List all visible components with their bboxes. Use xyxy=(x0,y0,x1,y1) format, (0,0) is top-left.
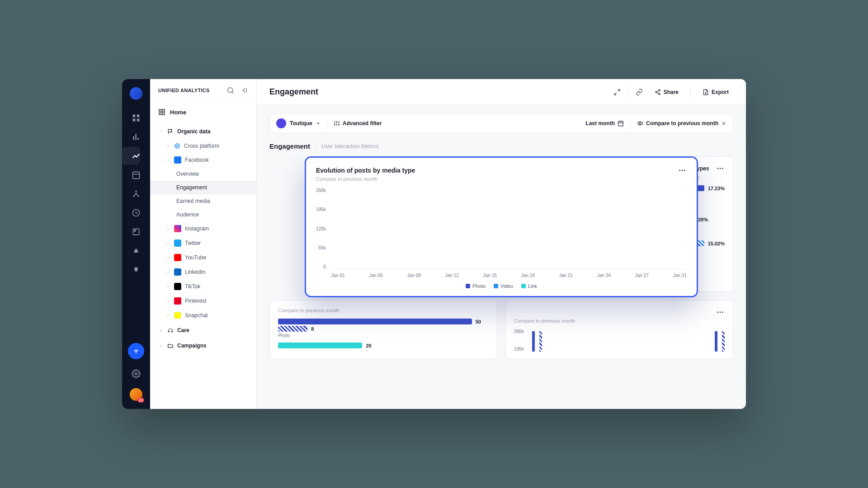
modal-subtitle: Compare to previous month xyxy=(316,176,687,182)
tree-leaf-overview[interactable]: Overview xyxy=(150,167,256,181)
tree-leaf-earned-media[interactable]: Earned media xyxy=(150,194,256,208)
collapse-sidebar-icon[interactable] xyxy=(240,86,248,94)
chart-plot-area xyxy=(331,188,687,269)
ytick: 195k xyxy=(514,347,524,352)
rail-publishing-icon[interactable] xyxy=(132,170,141,179)
brand-selector[interactable]: Toutique xyxy=(276,118,321,128)
chevron-down-icon xyxy=(165,299,170,304)
chevron-up-icon xyxy=(165,158,170,163)
svg-rect-0 xyxy=(133,115,136,117)
tree-label: Care xyxy=(177,327,189,333)
xtick: Jan 05 xyxy=(369,273,383,278)
export-button[interactable]: Export xyxy=(698,86,733,98)
ytick: 65k xyxy=(316,245,326,250)
export-icon xyxy=(703,89,709,95)
tree-label: YouTube xyxy=(185,254,206,261)
xtick: Jan 31 xyxy=(673,273,687,278)
tree-snapchat[interactable]: Snapchat xyxy=(150,308,256,323)
chevron-down-icon xyxy=(165,241,170,246)
hbar-row: 508Photo xyxy=(278,319,489,338)
rail-dashboard-icon[interactable] xyxy=(132,113,141,122)
link-icon[interactable] xyxy=(636,89,643,96)
chevron-up-icon xyxy=(158,129,164,134)
rail-engagement-icon[interactable] xyxy=(132,208,141,217)
create-button[interactable]: + xyxy=(128,343,144,359)
compare-toggle[interactable]: Compare to previous month xyxy=(637,120,726,127)
tree-linkedin[interactable]: LinkedIn xyxy=(150,265,256,279)
tree-cross-platform[interactable]: Cross platform xyxy=(150,139,256,153)
tree-leaf-audience[interactable]: Audience xyxy=(150,208,256,221)
settings-icon[interactable] xyxy=(132,369,141,378)
rail-workflow-icon[interactable] xyxy=(132,189,141,198)
share-icon xyxy=(655,89,661,95)
user-avatar[interactable] xyxy=(130,388,142,401)
card-subtitle: Compare to previous month xyxy=(278,308,489,313)
chevron-down-icon xyxy=(165,270,170,275)
expand-icon[interactable] xyxy=(613,89,621,96)
topbar: Engagement Share Export xyxy=(257,79,746,105)
chart-day-group xyxy=(515,188,525,269)
svg-point-19 xyxy=(135,373,137,375)
tree-twitter[interactable]: Twitter xyxy=(150,236,256,250)
sidebar-home[interactable]: Home xyxy=(150,102,256,122)
chart-day-group xyxy=(423,188,433,269)
tree-label: Instagram xyxy=(185,225,209,232)
chevron-down-icon xyxy=(165,313,170,318)
svg-rect-25 xyxy=(159,113,161,115)
tree-organic-data[interactable]: Organic data xyxy=(150,124,256,139)
svg-point-34 xyxy=(658,93,660,95)
svg-line-31 xyxy=(614,93,617,95)
chart-day-group xyxy=(446,188,456,269)
svg-point-11 xyxy=(137,195,139,197)
tree-label: Cross platform xyxy=(184,143,219,149)
tree-pinterest[interactable]: Pinterest xyxy=(150,294,256,308)
share-button[interactable]: Share xyxy=(650,86,683,98)
close-icon[interactable] xyxy=(721,121,726,126)
rail-library-icon[interactable] xyxy=(132,227,141,236)
advanced-filter-button[interactable]: Advanced filter xyxy=(334,120,382,127)
tree-label: LinkedIn xyxy=(185,269,205,275)
tree-campaigns[interactable]: Campaigns xyxy=(150,338,256,353)
tree-youtube[interactable]: YouTube xyxy=(150,250,256,265)
tree-facebook[interactable]: Facebook xyxy=(150,153,256,167)
rail-analytics-icon[interactable] xyxy=(132,151,141,160)
app-window: + UNIFIED ANALYTICS Home Organic data Cr… xyxy=(122,79,746,409)
chart-day-group xyxy=(608,188,618,269)
svg-point-32 xyxy=(658,89,660,91)
card-menu-icon[interactable]: ⋯ xyxy=(717,308,725,316)
tree-tiktok[interactable]: TikTok xyxy=(150,279,256,294)
legend-link[interactable]: Link xyxy=(521,283,537,289)
chart-day-group xyxy=(677,188,687,269)
xtick: Jan 01 xyxy=(331,273,345,278)
legend-video[interactable]: Video xyxy=(494,283,513,289)
modal-menu-icon[interactable]: ⋯ xyxy=(679,166,687,174)
svg-point-10 xyxy=(133,195,134,197)
compare-icon xyxy=(637,120,643,127)
instagram-icon xyxy=(174,225,181,232)
card-trend-mini: ⋯ Compare to previous month 260k 195k xyxy=(505,300,733,359)
svg-marker-37 xyxy=(317,123,319,124)
ytick: 120k xyxy=(316,226,326,231)
brand-logo[interactable] xyxy=(130,87,142,100)
svg-rect-6 xyxy=(137,138,139,140)
pinterest-icon xyxy=(174,297,181,305)
legend-photo[interactable]: Photo xyxy=(466,283,486,289)
brand-label: Toutique xyxy=(290,120,312,127)
svg-rect-24 xyxy=(162,109,165,112)
rail-care-icon[interactable] xyxy=(132,265,141,274)
main-area: Engagement Share Export Toutique xyxy=(257,79,746,409)
rail-automation-icon[interactable] xyxy=(132,246,141,255)
date-range-selector[interactable]: Last month xyxy=(585,120,624,127)
ytick: 0 xyxy=(316,264,326,269)
svg-rect-15 xyxy=(134,250,138,253)
tree-label: TikTok xyxy=(185,283,200,290)
filter-bar: Toutique Advanced filter Last month Comp… xyxy=(269,113,733,133)
rail-reports-icon[interactable] xyxy=(132,132,141,141)
mini-bar xyxy=(715,331,717,352)
tree-care[interactable]: Care xyxy=(150,323,256,338)
search-icon[interactable] xyxy=(226,86,235,94)
svg-point-33 xyxy=(655,91,657,93)
folder-icon xyxy=(167,343,174,349)
tree-leaf-engagement[interactable]: Engagement xyxy=(150,181,256,194)
tree-instagram[interactable]: Instagram xyxy=(150,221,256,236)
